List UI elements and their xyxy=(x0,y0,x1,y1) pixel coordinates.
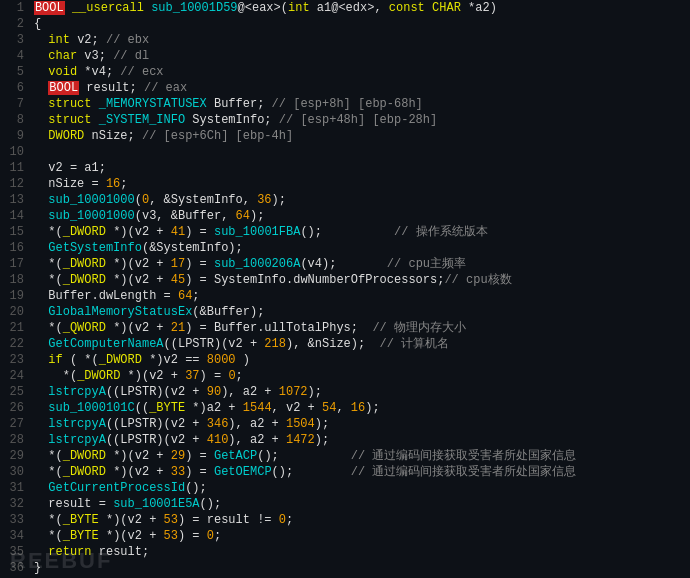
table-row: 1 BOOL __usercall sub_10001D59@<eax>(int… xyxy=(0,0,690,16)
line-number: 26 xyxy=(0,400,32,416)
line-content: struct _MEMORYSTATUSEX Buffer; // [esp+8… xyxy=(32,96,690,112)
line-number: 32 xyxy=(0,496,32,512)
line-content: GetCurrentProcessId(); xyxy=(32,480,690,496)
table-row: 11 v2 = a1; xyxy=(0,160,690,176)
line-number: 8 xyxy=(0,112,32,128)
line-content: *(_BYTE *)(v2 + 53) = result != 0; xyxy=(32,512,690,528)
line-content: { xyxy=(32,16,690,32)
line-number: 19 xyxy=(0,288,32,304)
line-number: 4 xyxy=(0,48,32,64)
line-number: 20 xyxy=(0,304,32,320)
table-row: 10 xyxy=(0,144,690,160)
table-row: 23 if ( *(_DWORD *)v2 == 8000 ) xyxy=(0,352,690,368)
table-row: 25 lstrcpyA((LPSTR)(v2 + 90), a2 + 1072)… xyxy=(0,384,690,400)
line-content: BOOL result; // eax xyxy=(32,80,690,96)
line-content: *(_DWORD *)(v2 + 17) = sub_1000206A(v4);… xyxy=(32,256,690,272)
table-row: 14 sub_10001000(v3, &Buffer, 64); xyxy=(0,208,690,224)
line-number: 36 xyxy=(0,560,32,576)
line-content: return result; xyxy=(32,544,690,560)
line-number: 6 xyxy=(0,80,32,96)
line-number: 24 xyxy=(0,368,32,384)
line-content: *(_DWORD *)(v2 + 41) = sub_10001FBA(); /… xyxy=(32,224,690,240)
table-row: 26 sub_1000101C((_BYTE *)a2 + 1544, v2 +… xyxy=(0,400,690,416)
line-content: GlobalMemoryStatusEx(&Buffer); xyxy=(32,304,690,320)
line-content: lstrcpyA((LPSTR)(v2 + 346), a2 + 1504); xyxy=(32,416,690,432)
line-content: char v3; // dl xyxy=(32,48,690,64)
line-content: sub_1000101C((_BYTE *)a2 + 1544, v2 + 54… xyxy=(32,400,690,416)
code-table: 1 BOOL __usercall sub_10001D59@<eax>(int… xyxy=(0,0,690,576)
line-number: 12 xyxy=(0,176,32,192)
table-row: 20 GlobalMemoryStatusEx(&Buffer); xyxy=(0,304,690,320)
table-row: 15 *(_DWORD *)(v2 + 41) = sub_10001FBA()… xyxy=(0,224,690,240)
table-row: 13 sub_10001000(0, &SystemInfo, 36); xyxy=(0,192,690,208)
line-content: nSize = 16; xyxy=(32,176,690,192)
line-number: 13 xyxy=(0,192,32,208)
line-number: 5 xyxy=(0,64,32,80)
line-content: *(_QWORD *)(v2 + 21) = Buffer.ullTotalPh… xyxy=(32,320,690,336)
table-row: 28 lstrcpyA((LPSTR)(v2 + 410), a2 + 1472… xyxy=(0,432,690,448)
table-row: 9 DWORD nSize; // [esp+6Ch] [ebp-4h] xyxy=(0,128,690,144)
table-row: 33 *(_BYTE *)(v2 + 53) = result != 0; xyxy=(0,512,690,528)
line-number: 14 xyxy=(0,208,32,224)
table-row: 16 GetSystemInfo(&SystemInfo); xyxy=(0,240,690,256)
line-number: 16 xyxy=(0,240,32,256)
table-row: 30 *(_DWORD *)(v2 + 33) = GetOEMCP(); //… xyxy=(0,464,690,480)
line-content: lstrcpyA((LPSTR)(v2 + 90), a2 + 1072); xyxy=(32,384,690,400)
line-number: 27 xyxy=(0,416,32,432)
line-number: 35 xyxy=(0,544,32,560)
table-row: 22 GetComputerNameA((LPSTR)(v2 + 218), &… xyxy=(0,336,690,352)
table-row: 32 result = sub_10001E5A(); xyxy=(0,496,690,512)
line-content: *(_BYTE *)(v2 + 53) = 0; xyxy=(32,528,690,544)
line-content: *(_DWORD *)(v2 + 29) = GetACP(); // 通过编码… xyxy=(32,448,690,464)
line-number: 18 xyxy=(0,272,32,288)
line-content: if ( *(_DWORD *)v2 == 8000 ) xyxy=(32,352,690,368)
line-number: 15 xyxy=(0,224,32,240)
line-number: 7 xyxy=(0,96,32,112)
line-number: 28 xyxy=(0,432,32,448)
line-number: 10 xyxy=(0,144,32,160)
line-number: 33 xyxy=(0,512,32,528)
table-row: 7 struct _MEMORYSTATUSEX Buffer; // [esp… xyxy=(0,96,690,112)
line-content: GetComputerNameA((LPSTR)(v2 + 218), &nSi… xyxy=(32,336,690,352)
table-row: 5 void *v4; // ecx xyxy=(0,64,690,80)
table-row: 29 *(_DWORD *)(v2 + 29) = GetACP(); // 通… xyxy=(0,448,690,464)
line-number: 25 xyxy=(0,384,32,400)
table-row: 24 *(_DWORD *)(v2 + 37) = 0; xyxy=(0,368,690,384)
table-row: 35 return result; xyxy=(0,544,690,560)
table-row: 6 BOOL result; // eax xyxy=(0,80,690,96)
table-row: 17 *(_DWORD *)(v2 + 17) = sub_1000206A(v… xyxy=(0,256,690,272)
table-row: 31 GetCurrentProcessId(); xyxy=(0,480,690,496)
line-content: v2 = a1; xyxy=(32,160,690,176)
line-number: 23 xyxy=(0,352,32,368)
line-content: Buffer.dwLength = 64; xyxy=(32,288,690,304)
line-number: 21 xyxy=(0,320,32,336)
line-content xyxy=(32,144,690,160)
line-content: sub_10001000(0, &SystemInfo, 36); xyxy=(32,192,690,208)
line-content: *(_DWORD *)(v2 + 37) = 0; xyxy=(32,368,690,384)
table-row: 36 } xyxy=(0,560,690,576)
table-row: 2 { xyxy=(0,16,690,32)
line-content: lstrcpyA((LPSTR)(v2 + 410), a2 + 1472); xyxy=(32,432,690,448)
table-row: 4 char v3; // dl xyxy=(0,48,690,64)
line-number: 34 xyxy=(0,528,32,544)
table-row: 3 int v2; // ebx xyxy=(0,32,690,48)
line-number: 29 xyxy=(0,448,32,464)
code-container: 1 BOOL __usercall sub_10001D59@<eax>(int… xyxy=(0,0,690,578)
line-content: GetSystemInfo(&SystemInfo); xyxy=(32,240,690,256)
line-number: 17 xyxy=(0,256,32,272)
line-number: 9 xyxy=(0,128,32,144)
line-content: void *v4; // ecx xyxy=(32,64,690,80)
table-row: 18 *(_DWORD *)(v2 + 45) = SystemInfo.dwN… xyxy=(0,272,690,288)
line-number: 22 xyxy=(0,336,32,352)
line-content: sub_10001000(v3, &Buffer, 64); xyxy=(32,208,690,224)
line-number: 2 xyxy=(0,16,32,32)
line-number: 11 xyxy=(0,160,32,176)
line-content: int v2; // ebx xyxy=(32,32,690,48)
line-content: struct _SYSTEM_INFO SystemInfo; // [esp+… xyxy=(32,112,690,128)
line-content: } xyxy=(32,560,690,576)
line-number: 3 xyxy=(0,32,32,48)
line-number: 1 xyxy=(0,0,32,16)
line-number: 30 xyxy=(0,464,32,480)
table-row: 12 nSize = 16; xyxy=(0,176,690,192)
table-row: 27 lstrcpyA((LPSTR)(v2 + 346), a2 + 1504… xyxy=(0,416,690,432)
